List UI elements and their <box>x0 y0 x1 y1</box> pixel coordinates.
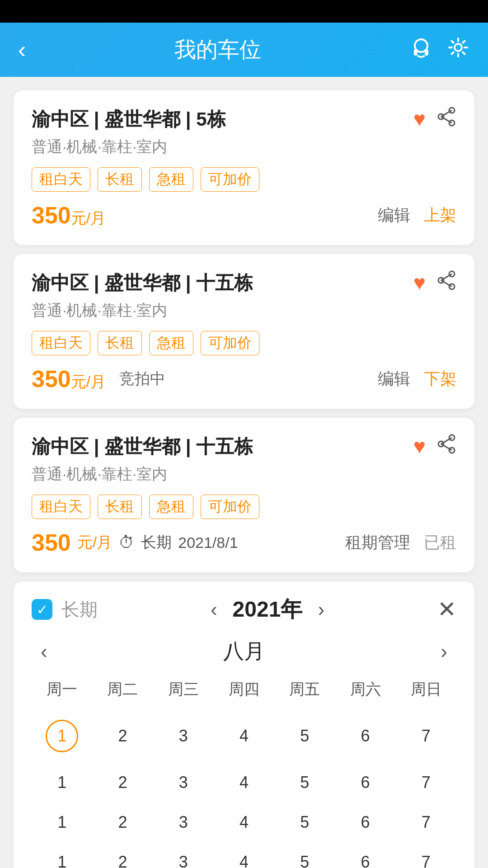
cal-day-r1c6[interactable]: 7 <box>396 765 456 800</box>
price-area-2: 350元/月 <box>32 365 106 392</box>
card-subtitle-2: 普通·机械·靠柱·室内 <box>32 300 456 321</box>
cal-day-r3c6[interactable]: 7 <box>396 844 456 868</box>
price-unit-1: 元/月 <box>71 209 106 226</box>
cal-day-r1c1[interactable]: 2 <box>92 765 153 800</box>
year-display: 2021年 <box>233 595 303 624</box>
cal-day-r3c3[interactable]: 4 <box>214 844 274 868</box>
favorite-icon-1[interactable]: ♥ <box>413 107 426 131</box>
cal-day-r2c1[interactable]: 2 <box>92 805 153 840</box>
calendar-close-button[interactable]: ✕ <box>437 596 456 623</box>
cal-day-r0c0[interactable]: 1 <box>32 712 92 760</box>
settings-icon[interactable] <box>446 36 470 64</box>
year-prev-button[interactable]: ‹ <box>206 598 222 621</box>
card-footer-2: 350元/月 竞拍中 编辑 下架 <box>32 365 456 392</box>
card-icons-1: ♥ <box>413 107 456 131</box>
rent-info: 350元/月 ⏱ 长期 2021/8/1 <box>32 529 238 556</box>
weekday-sun: 周日 <box>396 675 456 704</box>
card-footer-3: 350元/月 ⏱ 长期 2021/8/1 租期管理 已租 <box>32 529 456 556</box>
year-next-button[interactable]: › <box>313 598 329 621</box>
tag-2-1: 长租 <box>98 331 142 355</box>
cal-day-r0c1[interactable]: 2 <box>92 712 153 760</box>
month-next-button[interactable]: › <box>432 640 456 663</box>
share-icon-3[interactable] <box>436 434 456 458</box>
cal-day-r1c3[interactable]: 4 <box>214 765 274 800</box>
price-value-3: 350 <box>32 529 71 556</box>
tag-1-3: 可加价 <box>201 167 259 192</box>
cal-day-r2c6[interactable]: 7 <box>396 805 456 840</box>
longterm-checkbox[interactable]: ✓ <box>32 599 52 620</box>
share-icon-2[interactable] <box>436 270 456 295</box>
favorite-icon-2[interactable]: ♥ <box>413 270 426 295</box>
cal-day-r2c3[interactable]: 4 <box>214 805 274 840</box>
back-button[interactable]: ‹ <box>18 36 26 63</box>
card-icons-3: ♥ <box>413 434 456 458</box>
cal-day-r3c5[interactable]: 6 <box>335 844 395 868</box>
cal-day-r0c2[interactable]: 3 <box>153 712 214 760</box>
cal-day-r0c5[interactable]: 6 <box>335 712 395 760</box>
cal-day-r2c2[interactable]: 3 <box>153 805 214 840</box>
cal-day-r3c2[interactable]: 3 <box>153 844 214 868</box>
cal-day-r1c5[interactable]: 6 <box>335 765 395 800</box>
cal-day-r2c0[interactable]: 1 <box>32 805 92 840</box>
header-icons <box>409 36 470 64</box>
cal-day-r2c4[interactable]: 5 <box>274 805 335 840</box>
parking-card-2: 渝中区 | 盛世华都 | 十五栋 ♥ 普通·机械·靠柱·室内 租白天 长租 急租 <box>14 254 474 409</box>
weekday-headers: 周一 周二 周三 周四 周五 周六 周日 <box>32 675 456 704</box>
cal-day-r2c5[interactable]: 6 <box>335 805 395 840</box>
page-title: 我的车位 <box>174 35 261 64</box>
management-button[interactable]: 租期管理 <box>345 532 410 554</box>
auction-badge: 竞拍中 <box>119 368 165 389</box>
price-value-1: 350 <box>32 202 71 228</box>
cal-day-r1c0[interactable]: 1 <box>32 765 92 800</box>
month-prev-button[interactable]: ‹ <box>32 640 56 663</box>
price-area-1: 350元/月 <box>32 202 106 229</box>
cal-day-r3c4[interactable]: 5 <box>274 844 335 868</box>
price-unit-2: 元/月 <box>71 373 106 390</box>
customer-service-icon[interactable] <box>409 36 433 64</box>
main-content: 渝中区 | 盛世华都 | 5栋 ♥ 普通·机械·靠柱·室内 租白天 长租 急租 <box>0 77 488 868</box>
card-title-1: 渝中区 | 盛世华都 | 5栋 <box>32 107 226 132</box>
status-button-1[interactable]: 上架 <box>424 204 456 226</box>
favorite-icon-3[interactable]: ♥ <box>413 434 426 458</box>
status-button-2[interactable]: 下架 <box>424 368 456 390</box>
card-icons-2: ♥ <box>413 270 456 295</box>
cal-day-r3c0[interactable]: 1 <box>32 844 92 868</box>
weekday-thu: 周四 <box>214 675 274 704</box>
rent-date: 2021/8/1 <box>178 534 238 552</box>
card-header-2: 渝中区 | 盛世华都 | 十五栋 ♥ <box>32 270 456 296</box>
tag-3-3: 可加价 <box>201 495 259 519</box>
cal-day-r0c4[interactable]: 5 <box>274 712 335 760</box>
tag-1-0: 租白天 <box>32 167 90 192</box>
selected-day-circle[interactable]: 1 <box>46 720 78 752</box>
card-subtitle-1: 普通·机械·靠柱·室内 <box>32 137 456 157</box>
weekday-wed: 周三 <box>153 675 214 704</box>
cal-day-r3c1[interactable]: 2 <box>92 844 153 868</box>
tag-1-2: 急租 <box>149 167 193 192</box>
tag-3-1: 长租 <box>98 495 142 519</box>
status-bar <box>0 0 488 23</box>
year-nav: ‹ 2021年 › <box>206 595 329 624</box>
header: ‹ 我的车位 <box>0 23 488 77</box>
svg-line-18 <box>441 444 452 450</box>
tag-2-3: 可加价 <box>201 331 259 355</box>
cal-day-r1c4[interactable]: 5 <box>274 765 335 800</box>
tag-2-2: 急租 <box>149 331 193 355</box>
status-label-3: 已租 <box>424 532 456 554</box>
card-tags-3: 租白天 长租 急租 可加价 <box>32 495 456 519</box>
edit-button-1[interactable]: 编辑 <box>378 204 410 226</box>
longterm-label: 长期 <box>61 597 98 622</box>
calendar-panel: ✓ 长期 ‹ 2021年 › ✕ ‹ 八月 › 周一 周二 周三 周四 周五 周… <box>14 581 474 868</box>
svg-rect-2 <box>425 49 428 56</box>
svg-line-7 <box>441 110 452 117</box>
price-value-2: 350 <box>32 366 71 392</box>
cal-day-r0c6[interactable]: 7 <box>396 712 456 760</box>
tag-1-1: 长租 <box>98 167 142 192</box>
card-actions-2: 编辑 下架 <box>378 368 456 390</box>
cal-day-r1c2[interactable]: 3 <box>153 765 214 800</box>
share-icon-1[interactable] <box>436 107 456 131</box>
svg-point-3 <box>455 44 462 51</box>
month-display: 八月 <box>223 637 265 665</box>
calendar-header: ✓ 长期 ‹ 2021年 › ✕ <box>32 595 456 624</box>
edit-button-2[interactable]: 编辑 <box>378 368 410 390</box>
cal-day-r0c3[interactable]: 4 <box>214 712 274 760</box>
